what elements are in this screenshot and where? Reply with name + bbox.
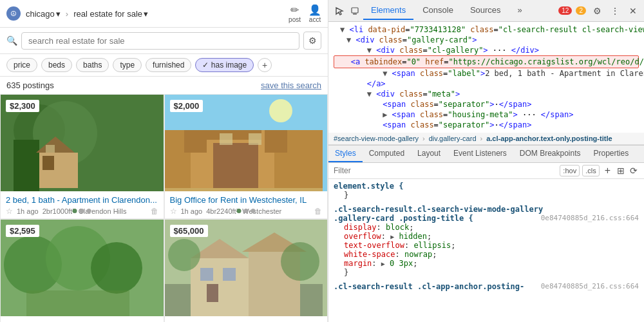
style-prop: display: block;: [334, 223, 639, 232]
tab-properties[interactable]: Properties: [587, 146, 636, 162]
svg-rect-28: [191, 258, 249, 316]
filter-tag-baths[interactable]: baths: [76, 58, 109, 72]
new-rule-icon[interactable]: ⊞: [616, 166, 626, 176]
svg-rect-6: [43, 156, 54, 170]
dot: [73, 209, 77, 213]
tab-elements[interactable]: Elements: [363, 1, 413, 20]
right-panel: Elements Console Sources » 12 2 ⚙ ⋮ ✕ ▼ …: [328, 0, 644, 322]
listing-dots: [73, 209, 91, 213]
dom-line-highlighted[interactable]: <a tabindex="0" href="https://chicago.cr…: [334, 55, 639, 68]
filter-add-button[interactable]: +: [258, 58, 272, 72]
style-prop: text-overflow: ellipsis;: [334, 241, 639, 250]
tab-sources[interactable]: Sources: [462, 1, 509, 20]
tab-layout[interactable]: Layout: [411, 146, 447, 162]
listing-title[interactable]: Big Office for Rent in Westchester, IL: [170, 195, 323, 205]
dom-line[interactable]: <span class="separator">·</span>: [334, 99, 639, 109]
listing-card[interactable]: $2,595 House for Rent ☆ 2h ago 3br Chica…: [0, 219, 164, 322]
styles-panel: Styles Computed Layout Event Listeners D…: [328, 145, 644, 322]
listing-info: House for Sale ☆ 2h ago 2br Chicago 🗑: [165, 316, 328, 322]
filter-tag-price[interactable]: price: [6, 58, 37, 72]
add-style-icon[interactable]: +: [602, 165, 613, 176]
location-chevron: ▾: [56, 9, 61, 19]
tab-more[interactable]: »: [510, 1, 530, 20]
left-panel: ☮ chicago ▾ › real estate for sale ▾ ✏ p…: [0, 0, 328, 322]
account-button[interactable]: 👤 acct: [308, 4, 321, 23]
location-link[interactable]: chicago ▾: [26, 9, 61, 19]
devtools-cursor-icon[interactable]: [332, 4, 346, 18]
breadcrumb-item[interactable]: #search-view-mode-gallery: [334, 135, 419, 142]
breadcrumb-separator: ›: [480, 135, 483, 142]
pseudo-cls-btn[interactable]: .cls: [582, 165, 600, 176]
svg-rect-31: [223, 268, 236, 281]
search-bar: 🔍 ⚙: [0, 28, 328, 54]
dom-line[interactable]: ▶ <span class="housing-meta"> ··· </span…: [334, 109, 639, 120]
style-prop: white-space: nowrap;: [334, 250, 639, 259]
dom-line[interactable]: ▼ <li data-pid="7733413128" class="cl-se…: [334, 24, 639, 35]
settings-icon[interactable]: ⚙: [590, 4, 604, 18]
filter-tag-has-image[interactable]: ✓ has image: [195, 58, 254, 72]
category-chevron: ▾: [144, 9, 148, 19]
svg-rect-19: [184, 95, 323, 130]
dot: [80, 209, 84, 213]
listing-price: $2,300: [6, 100, 39, 112]
close-icon[interactable]: ✕: [626, 4, 640, 18]
trash-icon[interactable]: 🗑: [151, 207, 158, 216]
style-block-anchor: .cl-search-result .cl-app-anchor.posting…: [334, 282, 639, 291]
devtools-tabs: Elements Console Sources » 12 2 ⚙ ⋮ ✕: [328, 0, 644, 22]
devtools-action-icons: 12 2 ⚙ ⋮ ✕: [558, 4, 640, 18]
listing-price: $2,000: [170, 100, 204, 112]
tab-dom-breakpoints[interactable]: DOM Breakpoints: [513, 146, 587, 162]
tab-computed[interactable]: Computed: [363, 146, 411, 162]
listing-card[interactable]: $2,000 Big Office for Rent in Westcheste…: [164, 94, 328, 219]
listing-card[interactable]: $2,300 2 bed, 1 bath - Apartment in Clar…: [0, 94, 164, 219]
category-link[interactable]: real estate for sale ▾: [73, 9, 148, 19]
category-text: real estate for sale: [73, 9, 142, 19]
svg-rect-3: [33, 153, 78, 188]
breadcrumb-item[interactable]: div.gallery-card: [429, 135, 477, 142]
filter-tag-furnished[interactable]: furnished: [146, 58, 191, 72]
dot: [236, 209, 241, 213]
error-badge: 12: [558, 6, 572, 15]
tab-styles[interactable]: Styles: [328, 146, 363, 162]
filter-tag-type[interactable]: type: [113, 58, 142, 72]
filter-tag-beds[interactable]: beds: [41, 58, 72, 72]
style-block-gallery: .cl-search-result.cl-search-view-mode-ga…: [334, 205, 639, 277]
filter-sliders-icon: ⚙: [308, 35, 317, 46]
style-selector[interactable]: .cl-search-result.cl-search-view-mode-ga…: [334, 205, 543, 214]
listing-card[interactable]: $65,000 House for Sale ☆ 2h ago 2br Chic…: [164, 219, 328, 322]
tab-console[interactable]: Console: [415, 1, 461, 20]
account-icon: 👤: [308, 4, 321, 16]
devtools-device-icon[interactable]: [348, 4, 362, 18]
dom-line[interactable]: ▼ <div class="meta">: [334, 89, 639, 99]
style-selector[interactable]: .cl-search-result .cl-app-anchor.posting…: [334, 282, 524, 291]
svg-point-24: [91, 242, 142, 294]
listing-price: $65,000: [170, 225, 208, 237]
svg-rect-30: [200, 268, 213, 281]
trash-icon[interactable]: 🗑: [314, 207, 322, 216]
svg-rect-17: [220, 133, 232, 145]
save-search-link[interactable]: save this search: [261, 80, 321, 90]
dom-line[interactable]: ▼ <span class="label">2 bed, 1 bath - Ap…: [334, 68, 639, 79]
listing-time: 1h ago: [181, 207, 203, 215]
listing-info: 2 bed, 1 bath - Apartment in Clarendon..…: [1, 191, 164, 218]
svg-point-36: [281, 242, 319, 281]
filter-tags: price beds baths type furnished ✓ has im…: [0, 54, 328, 77]
dom-line[interactable]: </a>: [334, 79, 639, 89]
dom-line[interactable]: <span class="separator">·</span>: [334, 120, 639, 130]
dot: [243, 209, 248, 213]
tab-event-listeners[interactable]: Event Listeners: [447, 146, 513, 162]
post-button[interactable]: ✏ post: [289, 4, 301, 23]
more-options-icon[interactable]: ⋮: [608, 4, 622, 18]
pseudo-hov-btn[interactable]: :hov: [560, 165, 580, 176]
dom-line[interactable]: ▼ <div class="cl-gallery"> ··· </div>: [334, 45, 639, 55]
listing-title[interactable]: 2 bed, 1 bath - Apartment in Clarendon..…: [6, 195, 158, 205]
filter-icon-button[interactable]: ⚙: [303, 32, 321, 50]
listing-price: $2,595: [6, 225, 39, 237]
style-selector-cont[interactable]: .gallery-card .posting-title {: [334, 214, 473, 223]
breadcrumb-item-active[interactable]: a.cl-app-anchor.text-only.posting-title: [486, 135, 612, 142]
styles-filter-input[interactable]: [334, 166, 556, 175]
refresh-icon[interactable]: ⟳: [629, 166, 639, 176]
dom-line[interactable]: ▼ <div class="gallery-card">: [334, 35, 639, 45]
logo-icon: ☮: [6, 6, 21, 21]
search-input[interactable]: [21, 32, 299, 50]
